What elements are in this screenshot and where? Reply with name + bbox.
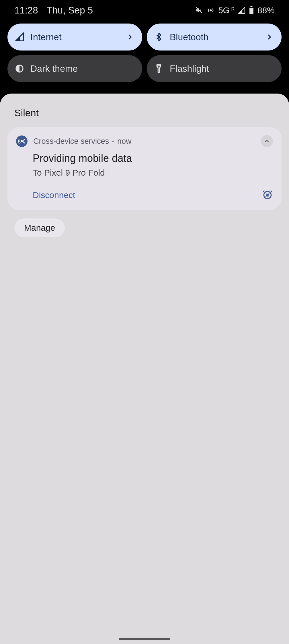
signal-icon	[15, 32, 24, 42]
svg-point-1	[210, 10, 212, 11]
notification-time: now	[117, 137, 132, 146]
signal-icon	[238, 7, 245, 14]
disconnect-button[interactable]: Disconnect	[33, 190, 75, 200]
tile-label: Flashlight	[170, 63, 273, 74]
section-title-silent: Silent	[7, 107, 282, 119]
tile-bluetooth[interactable]: Bluetooth	[147, 24, 282, 51]
hotspot-icon	[207, 6, 215, 14]
battery-icon	[249, 6, 254, 15]
tile-label: Internet	[30, 32, 120, 42]
svg-rect-2	[249, 7, 253, 14]
app-icon	[16, 135, 28, 147]
separator-dot	[112, 141, 114, 142]
notification-card[interactable]: Cross-device services now Providing mobi…	[7, 127, 282, 210]
status-time: 11:28	[14, 5, 38, 16]
tile-flashlight[interactable]: Flashlight	[147, 55, 282, 82]
notification-shade: Silent Cross-device services now Providi…	[0, 94, 289, 644]
snooze-button[interactable]	[262, 189, 273, 201]
status-date: Thu, Sep 5	[47, 5, 93, 16]
svg-rect-3	[250, 6, 252, 7]
chevron-right-icon	[126, 33, 134, 41]
flashlight-icon	[154, 64, 163, 73]
collapse-button[interactable]	[261, 135, 273, 147]
notification-title: Providing mobile data	[33, 152, 273, 164]
tile-dark-theme[interactable]: Dark theme	[7, 55, 142, 82]
chevron-right-icon	[265, 33, 273, 41]
quick-settings-grid: Internet Bluetooth Dark theme Flashlight	[0, 21, 289, 94]
tile-internet[interactable]: Internet	[7, 24, 142, 51]
tile-label: Dark theme	[30, 63, 134, 74]
manage-button[interactable]: Manage	[14, 218, 65, 237]
notification-app-name: Cross-device services	[33, 137, 109, 146]
tile-label: Bluetooth	[170, 32, 259, 42]
battery-percent: 88%	[257, 5, 275, 15]
svg-point-7	[21, 141, 23, 142]
status-bar[interactable]: 11:28 Thu, Sep 5 5G R 88%	[0, 0, 289, 21]
home-indicator[interactable]	[119, 638, 170, 640]
bluetooth-icon	[154, 32, 163, 42]
network-type: 5G	[218, 5, 229, 15]
dark-theme-icon	[15, 64, 24, 73]
mute-icon	[195, 6, 203, 14]
svg-rect-4	[249, 7, 253, 8]
roaming-indicator: R	[231, 7, 235, 12]
notification-subtitle: To Pixel 9 Pro Fold	[33, 168, 273, 178]
